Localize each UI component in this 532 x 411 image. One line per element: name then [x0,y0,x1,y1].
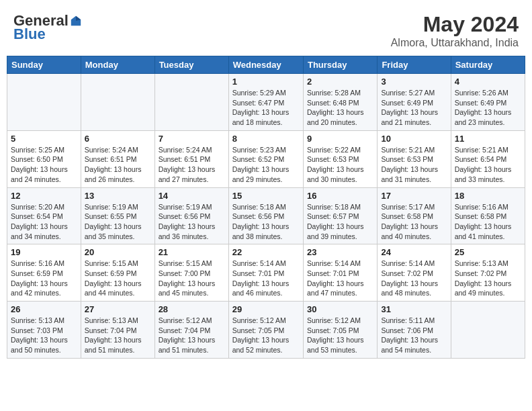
day-info: Sunrise: 5:25 AMSunset: 6:50 PMDaylight:… [11,145,77,185]
calendar-day-21: 21Sunrise: 5:15 AMSunset: 7:00 PMDayligh… [154,244,228,302]
day-info: Sunrise: 5:13 AMSunset: 7:03 PMDaylight:… [11,316,77,355]
calendar-week-row: 26Sunrise: 5:13 AMSunset: 7:03 PMDayligh… [7,302,525,359]
day-info: Sunrise: 5:26 AMSunset: 6:49 PMDaylight:… [455,88,521,128]
day-info: Sunrise: 5:13 AMSunset: 7:04 PMDaylight:… [85,316,151,355]
calendar-empty-cell [7,74,81,131]
day-info: Sunrise: 5:14 AMSunset: 7:01 PMDaylight:… [232,259,300,298]
day-number: 25 [455,247,521,257]
day-info: Sunrise: 5:15 AMSunset: 7:00 PMDaylight:… [159,259,225,298]
day-info: Sunrise: 5:18 AMSunset: 6:56 PMDaylight:… [232,202,300,242]
weekday-header-row: SundayMondayTuesdayWednesdayThursdayFrid… [7,56,525,74]
calendar-day-14: 14Sunrise: 5:19 AMSunset: 6:56 PMDayligh… [154,187,228,244]
calendar-day-6: 6Sunrise: 5:24 AMSunset: 6:51 PMDaylight… [81,130,154,187]
day-info: Sunrise: 5:19 AMSunset: 6:56 PMDaylight:… [159,202,225,242]
calendar-day-16: 16Sunrise: 5:18 AMSunset: 6:57 PMDayligh… [303,187,377,244]
day-info: Sunrise: 5:21 AMSunset: 6:54 PMDaylight:… [455,145,521,185]
day-info: Sunrise: 5:11 AMSunset: 7:06 PMDaylight:… [381,316,447,355]
day-number: 28 [159,304,225,314]
day-info: Sunrise: 5:13 AMSunset: 7:02 PMDaylight:… [455,259,521,298]
weekday-header-saturday: Saturday [451,56,525,74]
day-info: Sunrise: 5:19 AMSunset: 6:55 PMDaylight:… [85,202,151,242]
calendar-day-11: 11Sunrise: 5:21 AMSunset: 6:54 PMDayligh… [451,130,525,187]
calendar-day-31: 31Sunrise: 5:11 AMSunset: 7:06 PMDayligh… [378,302,451,359]
day-number: 11 [455,134,521,144]
day-number: 3 [381,77,447,87]
day-number: 29 [232,304,300,314]
calendar-day-4: 4Sunrise: 5:26 AMSunset: 6:49 PMDaylight… [451,74,525,131]
day-number: 5 [11,134,77,144]
calendar-day-22: 22Sunrise: 5:14 AMSunset: 7:01 PMDayligh… [228,244,303,302]
day-info: Sunrise: 5:23 AMSunset: 6:52 PMDaylight:… [232,145,300,185]
day-info: Sunrise: 5:24 AMSunset: 6:51 PMDaylight:… [85,145,151,185]
day-number: 4 [455,77,521,87]
day-info: Sunrise: 5:12 AMSunset: 7:04 PMDaylight:… [159,316,225,355]
calendar-empty-cell [81,74,154,131]
calendar-day-9: 9Sunrise: 5:22 AMSunset: 6:53 PMDaylight… [303,130,377,187]
day-info: Sunrise: 5:29 AMSunset: 6:47 PMDaylight:… [232,88,300,128]
calendar-day-12: 12Sunrise: 5:20 AMSunset: 6:54 PMDayligh… [7,187,81,244]
calendar-day-28: 28Sunrise: 5:12 AMSunset: 7:04 PMDayligh… [154,302,228,359]
weekday-header-thursday: Thursday [303,56,377,74]
calendar-empty-cell [451,302,525,359]
day-info: Sunrise: 5:15 AMSunset: 6:59 PMDaylight:… [85,259,151,298]
calendar-day-15: 15Sunrise: 5:18 AMSunset: 6:56 PMDayligh… [228,187,303,244]
weekday-header-monday: Monday [81,56,154,74]
day-info: Sunrise: 5:14 AMSunset: 7:02 PMDaylight:… [381,259,447,298]
day-number: 27 [85,304,151,314]
day-number: 7 [159,134,225,144]
calendar-day-13: 13Sunrise: 5:19 AMSunset: 6:55 PMDayligh… [81,187,154,244]
calendar-day-8: 8Sunrise: 5:23 AMSunset: 6:52 PMDaylight… [228,130,303,187]
weekday-header-wednesday: Wednesday [228,56,303,74]
day-info: Sunrise: 5:17 AMSunset: 6:58 PMDaylight:… [381,202,447,242]
weekday-header-friday: Friday [378,56,451,74]
day-number: 24 [381,247,447,257]
location-title: Almora, Uttarakhand, India [391,37,519,49]
day-number: 23 [307,247,373,257]
day-number: 2 [307,77,373,87]
day-number: 20 [85,247,151,257]
calendar-day-7: 7Sunrise: 5:24 AMSunset: 6:51 PMDaylight… [154,130,228,187]
calendar-day-1: 1Sunrise: 5:29 AMSunset: 6:47 PMDaylight… [228,74,303,131]
day-info: Sunrise: 5:14 AMSunset: 7:01 PMDaylight:… [307,259,373,298]
day-number: 10 [381,134,447,144]
calendar-week-row: 12Sunrise: 5:20 AMSunset: 6:54 PMDayligh… [7,187,525,244]
calendar-day-24: 24Sunrise: 5:14 AMSunset: 7:02 PMDayligh… [378,244,451,302]
calendar-day-26: 26Sunrise: 5:13 AMSunset: 7:03 PMDayligh… [7,302,81,359]
calendar-day-25: 25Sunrise: 5:13 AMSunset: 7:02 PMDayligh… [451,244,525,302]
day-number: 12 [11,191,77,201]
calendar-day-19: 19Sunrise: 5:16 AMSunset: 6:59 PMDayligh… [7,244,81,302]
calendar-day-23: 23Sunrise: 5:14 AMSunset: 7:01 PMDayligh… [303,244,377,302]
day-info: Sunrise: 5:16 AMSunset: 6:58 PMDaylight:… [455,202,521,242]
calendar-week-row: 1Sunrise: 5:29 AMSunset: 6:47 PMDaylight… [7,74,525,131]
day-number: 13 [85,191,151,201]
weekday-header-sunday: Sunday [7,56,81,74]
day-number: 1 [232,77,300,87]
calendar-day-17: 17Sunrise: 5:17 AMSunset: 6:58 PMDayligh… [378,187,451,244]
day-info: Sunrise: 5:20 AMSunset: 6:54 PMDaylight:… [11,202,77,242]
logo: General Blue [13,12,82,43]
page-header: General Blue May 2024 Almora, Uttarakhan… [7,7,525,53]
day-number: 18 [455,191,521,201]
calendar-day-3: 3Sunrise: 5:27 AMSunset: 6:49 PMDaylight… [378,74,451,131]
day-number: 17 [381,191,447,201]
day-number: 21 [159,247,225,257]
logo-icon [70,15,82,27]
calendar-empty-cell [154,74,228,131]
month-title: May 2024 [391,12,519,37]
weekday-header-tuesday: Tuesday [154,56,228,74]
calendar-day-5: 5Sunrise: 5:25 AMSunset: 6:50 PMDaylight… [7,130,81,187]
calendar-table: SundayMondayTuesdayWednesdayThursdayFrid… [7,56,525,359]
calendar-day-30: 30Sunrise: 5:12 AMSunset: 7:05 PMDayligh… [303,302,377,359]
day-info: Sunrise: 5:24 AMSunset: 6:51 PMDaylight:… [159,145,225,185]
day-number: 15 [232,191,300,201]
calendar-day-20: 20Sunrise: 5:15 AMSunset: 6:59 PMDayligh… [81,244,154,302]
day-info: Sunrise: 5:28 AMSunset: 6:48 PMDaylight:… [307,88,373,128]
day-number: 14 [159,191,225,201]
day-number: 26 [11,304,77,314]
calendar-day-27: 27Sunrise: 5:13 AMSunset: 7:04 PMDayligh… [81,302,154,359]
day-number: 30 [307,304,373,314]
day-info: Sunrise: 5:16 AMSunset: 6:59 PMDaylight:… [11,259,77,298]
day-info: Sunrise: 5:21 AMSunset: 6:53 PMDaylight:… [381,145,447,185]
calendar-week-row: 5Sunrise: 5:25 AMSunset: 6:50 PMDaylight… [7,130,525,187]
day-info: Sunrise: 5:27 AMSunset: 6:49 PMDaylight:… [381,88,447,128]
